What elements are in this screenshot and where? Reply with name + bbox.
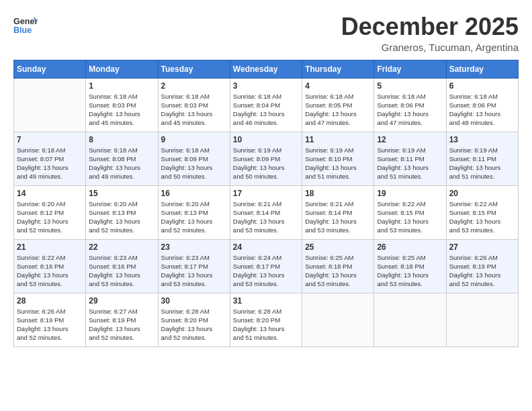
day-info: Sunrise: 6:28 AM Sunset: 8:20 PM Dayligh… xyxy=(161,307,227,342)
weekday-header-wednesday: Wednesday xyxy=(230,60,302,78)
day-number: 30 xyxy=(161,296,227,306)
day-info: Sunrise: 6:22 AM Sunset: 8:15 PM Dayligh… xyxy=(377,199,443,235)
day-info: Sunrise: 6:26 AM Sunset: 8:19 PM Dayligh… xyxy=(17,307,83,342)
day-info: Sunrise: 6:20 AM Sunset: 8:13 PM Dayligh… xyxy=(89,199,154,235)
day-info: Sunrise: 6:25 AM Sunset: 8:18 PM Dayligh… xyxy=(377,253,443,289)
calendar-week-row: 1Sunrise: 6:18 AM Sunset: 8:03 PM Daylig… xyxy=(14,78,519,132)
calendar-cell: 28Sunrise: 6:26 AM Sunset: 8:19 PM Dayli… xyxy=(14,293,86,347)
calendar-cell: 25Sunrise: 6:25 AM Sunset: 8:18 PM Dayli… xyxy=(302,239,374,293)
day-info: Sunrise: 6:18 AM Sunset: 8:03 PM Dayligh… xyxy=(89,92,154,128)
day-info: Sunrise: 6:26 AM Sunset: 8:19 PM Dayligh… xyxy=(449,253,515,289)
weekday-header-friday: Friday xyxy=(374,60,446,78)
day-info: Sunrise: 6:23 AM Sunset: 8:16 PM Dayligh… xyxy=(89,253,154,289)
calendar-cell xyxy=(302,293,374,347)
day-number: 24 xyxy=(233,242,299,252)
calendar-cell: 12Sunrise: 6:19 AM Sunset: 8:11 PM Dayli… xyxy=(374,132,446,185)
calendar-cell: 29Sunrise: 6:27 AM Sunset: 8:19 PM Dayli… xyxy=(86,293,158,347)
day-info: Sunrise: 6:18 AM Sunset: 8:06 PM Dayligh… xyxy=(449,92,515,128)
day-number: 14 xyxy=(17,189,83,198)
calendar-cell: 1Sunrise: 6:18 AM Sunset: 8:03 PM Daylig… xyxy=(86,78,158,132)
day-info: Sunrise: 6:20 AM Sunset: 8:13 PM Dayligh… xyxy=(161,199,227,235)
title-block: December 2025 Graneros, Tucuman, Argenti… xyxy=(341,13,519,53)
weekday-header-tuesday: Tuesday xyxy=(158,60,230,78)
day-number: 4 xyxy=(305,81,371,91)
day-info: Sunrise: 6:23 AM Sunset: 8:17 PM Dayligh… xyxy=(161,253,227,289)
day-number: 23 xyxy=(161,242,227,252)
logo-icon: General Blue xyxy=(13,13,38,38)
day-number: 21 xyxy=(17,242,83,252)
weekday-header-row: SundayMondayTuesdayWednesdayThursdayFrid… xyxy=(14,60,519,78)
day-number: 8 xyxy=(89,135,154,144)
day-number: 7 xyxy=(17,135,83,144)
day-number: 16 xyxy=(161,189,227,198)
calendar-cell: 17Sunrise: 6:21 AM Sunset: 8:14 PM Dayli… xyxy=(230,185,302,239)
day-number: 29 xyxy=(89,296,154,306)
calendar-cell: 10Sunrise: 6:19 AM Sunset: 8:09 PM Dayli… xyxy=(230,132,302,185)
calendar-cell xyxy=(446,293,518,347)
month-title: December 2025 xyxy=(341,13,519,40)
calendar-cell: 3Sunrise: 6:18 AM Sunset: 8:04 PM Daylig… xyxy=(230,78,302,132)
calendar-week-row: 14Sunrise: 6:20 AM Sunset: 8:12 PM Dayli… xyxy=(14,185,519,239)
day-number: 10 xyxy=(233,135,299,144)
weekday-header-monday: Monday xyxy=(86,60,158,78)
day-number: 26 xyxy=(377,242,443,252)
calendar-cell: 30Sunrise: 6:28 AM Sunset: 8:20 PM Dayli… xyxy=(158,293,230,347)
logo: General Blue xyxy=(13,13,38,38)
calendar-cell xyxy=(14,78,86,132)
day-info: Sunrise: 6:22 AM Sunset: 8:15 PM Dayligh… xyxy=(449,199,515,235)
day-info: Sunrise: 6:19 AM Sunset: 8:11 PM Dayligh… xyxy=(377,146,443,181)
day-info: Sunrise: 6:28 AM Sunset: 8:20 PM Dayligh… xyxy=(233,307,299,342)
calendar-cell: 24Sunrise: 6:24 AM Sunset: 8:17 PM Dayli… xyxy=(230,239,302,293)
day-number: 17 xyxy=(233,189,299,198)
day-number: 18 xyxy=(305,189,371,198)
day-info: Sunrise: 6:18 AM Sunset: 8:03 PM Dayligh… xyxy=(161,92,227,128)
calendar-week-row: 28Sunrise: 6:26 AM Sunset: 8:19 PM Dayli… xyxy=(14,293,519,347)
calendar-cell: 23Sunrise: 6:23 AM Sunset: 8:17 PM Dayli… xyxy=(158,239,230,293)
calendar-week-row: 21Sunrise: 6:22 AM Sunset: 8:16 PM Dayli… xyxy=(14,239,519,293)
calendar-cell: 14Sunrise: 6:20 AM Sunset: 8:12 PM Dayli… xyxy=(14,185,86,239)
day-number: 12 xyxy=(377,135,443,144)
weekday-header-saturday: Saturday xyxy=(446,60,518,78)
weekday-header-sunday: Sunday xyxy=(14,60,86,78)
calendar-cell: 13Sunrise: 6:19 AM Sunset: 8:11 PM Dayli… xyxy=(446,132,518,185)
svg-text:Blue: Blue xyxy=(13,26,32,35)
calendar-cell: 11Sunrise: 6:19 AM Sunset: 8:10 PM Dayli… xyxy=(302,132,374,185)
day-info: Sunrise: 6:19 AM Sunset: 8:10 PM Dayligh… xyxy=(305,146,371,181)
day-info: Sunrise: 6:22 AM Sunset: 8:16 PM Dayligh… xyxy=(17,253,83,289)
day-number: 3 xyxy=(233,81,299,91)
calendar-cell: 16Sunrise: 6:20 AM Sunset: 8:13 PM Dayli… xyxy=(158,185,230,239)
calendar-week-row: 7Sunrise: 6:18 AM Sunset: 8:07 PM Daylig… xyxy=(14,132,519,185)
calendar-table: SundayMondayTuesdayWednesdayThursdayFrid… xyxy=(13,60,519,347)
day-number: 2 xyxy=(161,81,227,91)
day-number: 27 xyxy=(449,242,515,252)
calendar-cell: 7Sunrise: 6:18 AM Sunset: 8:07 PM Daylig… xyxy=(14,132,86,185)
day-info: Sunrise: 6:18 AM Sunset: 8:05 PM Dayligh… xyxy=(305,92,371,128)
calendar-cell: 8Sunrise: 6:18 AM Sunset: 8:08 PM Daylig… xyxy=(86,132,158,185)
day-info: Sunrise: 6:19 AM Sunset: 8:11 PM Dayligh… xyxy=(449,146,515,181)
location-title: Graneros, Tucuman, Argentina xyxy=(341,42,519,53)
calendar-cell: 9Sunrise: 6:18 AM Sunset: 8:09 PM Daylig… xyxy=(158,132,230,185)
day-info: Sunrise: 6:18 AM Sunset: 8:04 PM Dayligh… xyxy=(233,92,299,128)
page-header: General Blue December 2025 Graneros, Tuc… xyxy=(13,13,519,53)
day-number: 20 xyxy=(449,189,515,198)
day-number: 25 xyxy=(305,242,371,252)
calendar-cell: 4Sunrise: 6:18 AM Sunset: 8:05 PM Daylig… xyxy=(302,78,374,132)
calendar-cell: 19Sunrise: 6:22 AM Sunset: 8:15 PM Dayli… xyxy=(374,185,446,239)
day-info: Sunrise: 6:21 AM Sunset: 8:14 PM Dayligh… xyxy=(233,199,299,235)
day-number: 9 xyxy=(161,135,227,144)
day-info: Sunrise: 6:18 AM Sunset: 8:07 PM Dayligh… xyxy=(17,146,83,181)
day-number: 1 xyxy=(89,81,154,91)
day-number: 13 xyxy=(449,135,515,144)
day-number: 5 xyxy=(377,81,443,91)
day-info: Sunrise: 6:27 AM Sunset: 8:19 PM Dayligh… xyxy=(89,307,154,342)
calendar-cell: 21Sunrise: 6:22 AM Sunset: 8:16 PM Dayli… xyxy=(14,239,86,293)
day-info: Sunrise: 6:18 AM Sunset: 8:06 PM Dayligh… xyxy=(377,92,443,128)
day-info: Sunrise: 6:18 AM Sunset: 8:08 PM Dayligh… xyxy=(89,146,154,181)
day-info: Sunrise: 6:21 AM Sunset: 8:14 PM Dayligh… xyxy=(305,199,371,235)
day-number: 28 xyxy=(17,296,83,306)
calendar-cell: 31Sunrise: 6:28 AM Sunset: 8:20 PM Dayli… xyxy=(230,293,302,347)
day-number: 11 xyxy=(305,135,371,144)
day-info: Sunrise: 6:20 AM Sunset: 8:12 PM Dayligh… xyxy=(17,199,83,235)
calendar-cell: 18Sunrise: 6:21 AM Sunset: 8:14 PM Dayli… xyxy=(302,185,374,239)
day-number: 15 xyxy=(89,189,154,198)
